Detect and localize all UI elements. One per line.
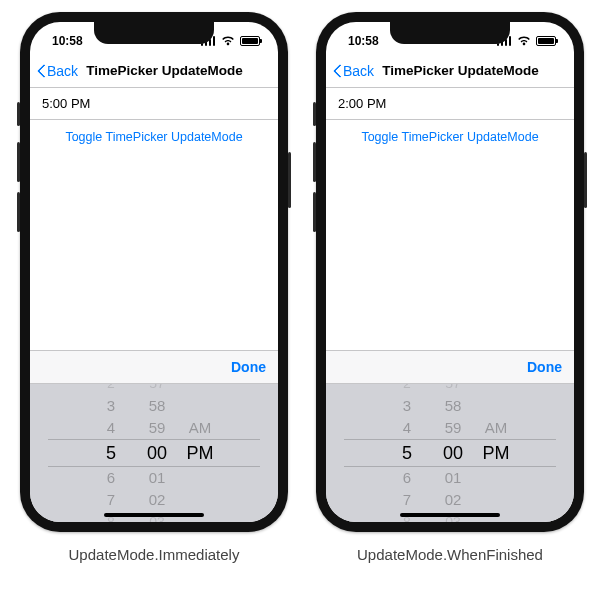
screen: 10:58 Back TimePicker UpdateMode — [326, 22, 574, 522]
picker-item: 01 — [430, 467, 476, 489]
side-button-power — [584, 152, 587, 208]
notch — [390, 22, 510, 44]
back-button[interactable]: Back — [332, 63, 374, 79]
nav-bar: Back TimePicker UpdateMode — [30, 54, 278, 88]
picker-item-selected: PM — [180, 439, 220, 467]
done-button[interactable]: Done — [231, 359, 266, 375]
picker-ampm-column[interactable]: . . AM PM . . . — [180, 384, 220, 522]
home-indicator[interactable] — [400, 513, 500, 517]
nav-bar: Back TimePicker UpdateMode — [326, 54, 574, 88]
picker-item: 3 — [384, 395, 430, 417]
side-button-vol-up — [313, 142, 316, 182]
picker-item-selected: 00 — [134, 439, 180, 467]
time-picker-display[interactable]: 2:00 PM — [326, 88, 574, 120]
back-label: Back — [47, 63, 78, 79]
time-picker-wheel[interactable]: 2 3 4 5 6 7 8 57 58 59 00 01 02 — [30, 384, 278, 522]
side-button-vol-up — [17, 142, 20, 182]
picker-item: 6 — [384, 467, 430, 489]
picker-item: 3 — [88, 395, 134, 417]
picker-item: 2 — [88, 384, 134, 393]
iphone-frame: 10:58 Back TimePicker UpdateMode — [20, 12, 288, 532]
picker-item: 57 — [430, 384, 476, 393]
picker-item: 6 — [88, 467, 134, 489]
chevron-left-icon — [36, 63, 46, 79]
picker-item: 59 — [134, 417, 180, 439]
status-time: 10:58 — [348, 34, 379, 48]
caption-label: UpdateMode.WhenFinished — [357, 546, 543, 563]
picker-item: 57 — [134, 384, 180, 393]
home-indicator[interactable] — [104, 513, 204, 517]
back-button[interactable]: Back — [36, 63, 78, 79]
picker-minute-column[interactable]: 57 58 59 00 01 02 03 — [134, 384, 180, 522]
chevron-left-icon — [332, 63, 342, 79]
back-label: Back — [343, 63, 374, 79]
side-button-silence — [17, 102, 20, 126]
picker-item: 4 — [88, 417, 134, 439]
picker-ampm-column[interactable]: . . AM PM . . . — [476, 384, 516, 522]
input-accessory-bar: Done — [30, 350, 278, 384]
picker-item: 02 — [134, 489, 180, 511]
side-button-silence — [313, 102, 316, 126]
status-time: 10:58 — [52, 34, 83, 48]
picker-item: 2 — [384, 384, 430, 393]
toggle-update-mode-button[interactable]: Toggle TimePicker UpdateMode — [326, 120, 574, 154]
wifi-icon — [517, 36, 531, 46]
toggle-update-mode-button[interactable]: Toggle TimePicker UpdateMode — [30, 120, 278, 154]
input-accessory-bar: Done — [326, 350, 574, 384]
picker-item-selected: 00 — [430, 439, 476, 467]
nav-title: TimePicker UpdateMode — [382, 63, 539, 78]
notch — [94, 22, 214, 44]
time-picker-wheel[interactable]: 2 3 4 5 6 7 8 57 58 59 00 01 02 — [326, 384, 574, 522]
picker-item: 58 — [430, 395, 476, 417]
picker-item: 58 — [134, 395, 180, 417]
screen: 10:58 Back TimePicker UpdateMode — [30, 22, 278, 522]
picker-item: 59 — [430, 417, 476, 439]
picker-item: AM — [476, 417, 516, 439]
picker-item-selected: 5 — [384, 439, 430, 467]
picker-minute-column[interactable]: 57 58 59 00 01 02 03 — [430, 384, 476, 522]
side-button-vol-down — [313, 192, 316, 232]
side-button-power — [288, 152, 291, 208]
picker-item: 4 — [384, 417, 430, 439]
picker-item: 01 — [134, 467, 180, 489]
caption-label: UpdateMode.Immediately — [69, 546, 240, 563]
picker-item: 02 — [430, 489, 476, 511]
iphone-frame: 10:58 Back TimePicker UpdateMode — [316, 12, 584, 532]
picker-item: 7 — [88, 489, 134, 511]
battery-icon — [536, 36, 556, 46]
side-button-vol-down — [17, 192, 20, 232]
battery-icon — [240, 36, 260, 46]
content-spacer — [30, 154, 278, 350]
picker-hour-column[interactable]: 2 3 4 5 6 7 8 — [384, 384, 430, 522]
picker-item-selected: 5 — [88, 439, 134, 467]
content-spacer — [326, 154, 574, 350]
picker-item: 7 — [384, 489, 430, 511]
done-button[interactable]: Done — [527, 359, 562, 375]
picker-item: AM — [180, 417, 220, 439]
wifi-icon — [221, 36, 235, 46]
nav-title: TimePicker UpdateMode — [86, 63, 243, 78]
picker-item-selected: PM — [476, 439, 516, 467]
picker-hour-column[interactable]: 2 3 4 5 6 7 8 — [88, 384, 134, 522]
time-picker-display[interactable]: 5:00 PM — [30, 88, 278, 120]
